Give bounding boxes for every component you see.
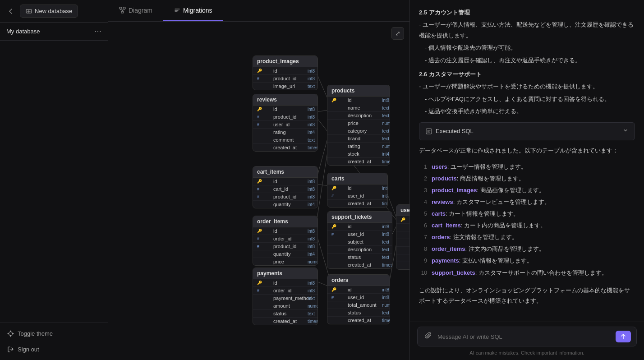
fk-icon: # — [331, 295, 334, 300]
table-list-name: reviews — [432, 198, 453, 205]
table-row: created_at timestamp — [327, 317, 390, 324]
table-row: category text — [327, 127, 390, 135]
table-payments[interactable]: payments 🔑 id int8 # order_id int8 payme… — [253, 268, 318, 325]
pk-icon: 🔑 — [257, 229, 262, 233]
diagram-canvas: ⤢ — [108, 22, 409, 360]
table-list-num: 4 — [419, 198, 427, 207]
table-row: 🔑 id int8 — [396, 216, 409, 224]
pk-icon: 🔑 — [257, 281, 262, 285]
table-header-product-images: product_images — [253, 56, 317, 67]
sign-out-button[interactable]: Sign out — [0, 342, 108, 357]
svg-rect-3 — [123, 7, 125, 9]
table-users[interactable]: users 🔑 id int8 name text email text — [396, 204, 409, 270]
table-order-items[interactable]: order_items 🔑 id int8 # order_id int8 # … — [253, 216, 318, 266]
table-list-item: 4 reviews: カスタマーレビューを管理します。 — [419, 196, 635, 208]
sql-icon — [426, 128, 432, 134]
fullscreen-button[interactable]: ⤢ — [391, 27, 404, 40]
section-2-6-line-1: - ユーザーが問題解決やサポートを受けるための機能を提供します。 — [419, 81, 635, 92]
table-list-item: 2 products: 商品情報を管理します。 — [419, 173, 635, 185]
fk-icon: # — [257, 244, 259, 249]
table-row: created_at timestamp — [327, 261, 392, 268]
table-row: quantity int4 — [253, 250, 317, 258]
table-list-item: 9 payments: 支払い情報を管理します。 — [419, 255, 635, 267]
diagram-icon — [119, 7, 126, 14]
table-row: payment_method text — [253, 295, 317, 302]
fk-icon: # — [257, 194, 259, 199]
table-list: 1 users: ユーザー情報を管理します。 2 products: 商品情報を… — [419, 161, 635, 279]
table-support-tickets[interactable]: support_tickets 🔑 id int8 # user_id int8… — [327, 211, 392, 269]
ai-disclaimer: AI can make mistakes. Check important in… — [417, 350, 637, 355]
section-2-5-line-3: - 過去の注文履歴を確認し、再注文や返品手続きができる。 — [419, 55, 635, 65]
new-database-label: New database — [35, 8, 72, 14]
new-database-button[interactable]: New database — [20, 5, 78, 18]
table-list-name: products — [432, 175, 457, 182]
table-row: created_at timestamp — [327, 158, 390, 165]
table-products[interactable]: products 🔑 id int8 name text description… — [327, 85, 390, 166]
message-input[interactable] — [437, 333, 612, 340]
table-row: status text — [253, 310, 317, 318]
table-row: price numeric — [327, 120, 390, 127]
table-product-images[interactable]: product_images 🔑 id int8 # product_id in… — [253, 55, 318, 90]
tab-migrations[interactable]: Migrations — [163, 0, 223, 21]
back-button[interactable] — [5, 6, 16, 17]
svg-rect-4 — [121, 11, 124, 13]
sidebar-top: New database — [0, 0, 108, 23]
table-row: brand text — [327, 135, 390, 143]
fk-icon: # — [331, 194, 334, 198]
table-list-name: users — [432, 163, 447, 170]
table-list-num: 5 — [419, 209, 427, 218]
table-header-reviews: reviews — [253, 94, 317, 106]
table-row: 🔑 id int8 — [253, 279, 317, 287]
table-row: # cart_id int8 — [253, 185, 317, 193]
table-row: name text — [396, 224, 409, 231]
table-reviews[interactable]: reviews 🔑 id int8 # product_id int8 # us… — [253, 94, 318, 152]
database-row: My database ⋯ — [0, 23, 108, 41]
table-row: quantity int4 — [253, 201, 317, 208]
executed-sql-panel[interactable]: Executed SQL — [419, 122, 635, 140]
table-row: status text — [327, 309, 390, 317]
right-panel-content: 2.5 アカウント管理 - ユーザーが個人情報、支払い方法、配送先などを管理し、… — [410, 0, 644, 322]
svg-point-1 — [9, 332, 13, 336]
right-panel-footer: AI can make mistakes. Check important in… — [410, 322, 644, 360]
diagram-area: ⤢ — [108, 22, 409, 360]
toggle-theme-button[interactable]: Toggle theme — [0, 326, 108, 342]
table-row: rating int4 — [253, 129, 317, 136]
table-list-item: 10 support_tickets: カスタマーサポートの問い合わせを管理しま… — [419, 267, 635, 279]
pk-icon: 🔑 — [331, 98, 336, 102]
sign-out-label: Sign out — [18, 346, 39, 353]
table-header-orders: orders — [327, 275, 390, 286]
table-row: description text — [327, 246, 392, 254]
tab-diagram[interactable]: Diagram — [108, 0, 163, 21]
send-button[interactable] — [616, 331, 631, 342]
db-success-text: データベースが正常に作成されました。以下のテーブルが含まれています： — [419, 146, 635, 156]
tab-diagram-label: Diagram — [129, 7, 152, 14]
message-input-row — [417, 327, 637, 346]
table-list-item: 5 carts: カート情報を管理します。 — [419, 208, 635, 220]
table-header-users: users — [396, 205, 409, 216]
main-area: Diagram Migrations ⤢ — [108, 0, 409, 360]
table-list-num: 7 — [419, 233, 427, 242]
send-icon — [620, 333, 626, 340]
attach-button[interactable] — [423, 331, 434, 342]
table-header-order-items: order_items — [253, 216, 317, 227]
table-row: # order_id int8 — [253, 235, 317, 243]
table-row: # product_id int8 — [253, 75, 317, 83]
table-header-products: products — [327, 85, 390, 97]
table-list-item: 7 orders: 注文情報を管理します。 — [419, 231, 635, 243]
table-cart-items[interactable]: cart_items 🔑 id int8 # cart_id int8 # pr… — [253, 166, 318, 208]
table-row: phone text — [396, 254, 409, 262]
fk-icon: # — [257, 76, 259, 81]
pk-icon: 🔑 — [257, 69, 262, 73]
svg-rect-2 — [120, 7, 122, 9]
table-list-name: order_items — [432, 245, 465, 252]
database-name: My database — [6, 28, 40, 35]
table-row: description text — [327, 112, 390, 120]
table-carts[interactable]: carts 🔑 id int8 # user_id int8 created_a… — [327, 173, 388, 208]
table-row: 🔑 id int8 — [253, 178, 317, 185]
table-orders[interactable]: orders 🔑 id int8 # user_id int8 total_am… — [327, 274, 390, 324]
fk-icon: # — [331, 232, 334, 236]
database-menu-button[interactable]: ⋯ — [94, 27, 101, 36]
table-list-name: support_tickets — [432, 269, 475, 276]
table-row: subject text — [327, 238, 392, 246]
table-row: created_at timestamp — [396, 262, 409, 269]
